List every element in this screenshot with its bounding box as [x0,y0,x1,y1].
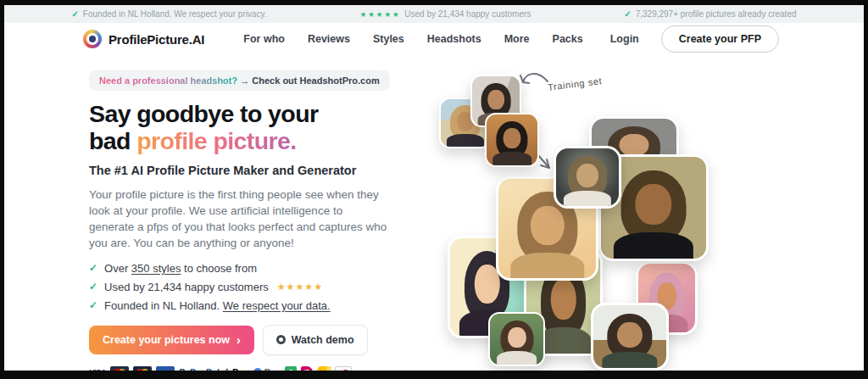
nav-item-styles[interactable]: Styles [373,33,404,45]
nav-item-reviews[interactable]: Reviews [308,33,350,45]
brand-name[interactable]: ProfilePicture.AI [108,32,204,47]
checklist-item-styles: ✓ Over 350 styles to choose from [89,262,391,275]
green-pay-icon: G [285,366,297,371]
check-icon: ✓ [89,299,97,311]
create-pictures-button[interactable]: Create your pictures now › [89,326,254,354]
data-policy-link[interactable]: We respect your data. [223,299,331,312]
ideal-icon: iD [301,366,313,371]
landing-page: ✓ Founded in NL Holland. We respect your… [4,5,864,371]
nav-menu: For who Reviews Styles Headshots More Pa… [243,33,582,45]
create-pfp-button[interactable]: Create your PFP [661,25,779,53]
star-rating-icon: ★★★★★ [359,10,400,19]
announcement-customers: ★★★★★ Used by 21,434 happy customers [359,9,531,19]
check-icon: ✓ [624,9,631,19]
google-pay-icon: Pay [253,366,281,371]
visa-icon: VISA [89,366,106,371]
payment-methods: VISA P PayPal Pay Pay G iD gP [89,366,391,371]
nav-item-for-who[interactable]: For who [243,33,285,45]
portrait-collage: Training set [432,64,788,371]
nav-right: Login Create your PFP [610,25,779,53]
title-line2-plain: bad [89,127,136,154]
bancontact-icon [316,366,332,371]
banner-rest: → Check out HeadshotPro.com [237,75,379,86]
feature-checklist: ✓ Over 350 styles to choose from ✓ Used … [89,262,391,312]
watch-demo-button[interactable]: Watch demo [263,325,368,355]
paypal-wordmark: PayPal [189,366,219,371]
cta-label: Create your pictures now [103,334,230,346]
announcement-text: Used by 21,434 happy customers [404,9,531,19]
announcement-text: 7,329,297+ profile pictures already crea… [636,9,797,19]
browser-frame: ✓ Founded in NL Holland. We respect your… [0,0,868,379]
checklist-item-privacy: ✓ Founded in NL Holland. We respect your… [89,299,391,312]
play-icon [276,335,286,344]
announcement-bar: ✓ Founded in NL Holland. We respect your… [4,5,864,23]
logo-icon[interactable] [83,30,102,48]
result-photo-cafe [591,303,669,371]
title-line1: Say goodbye to your [89,100,318,127]
check-icon: ✓ [71,9,78,19]
announcement-privacy: ✓ Founded in NL Holland. We respect your… [71,9,266,19]
apple-pay-icon: Pay [223,366,249,371]
styles-link[interactable]: 350 styles [131,262,181,275]
demo-label: Watch demo [292,334,354,346]
chevron-right-icon: › [236,336,241,344]
announcement-pictures-created: ✓ 7,329,297+ profile pictures already cr… [624,9,796,19]
announcement-text: Founded in NL Holland. We respect your p… [83,9,267,19]
checklist-item-customers: ✓ Used by 21,434 happy customers ★★★★★ [89,281,391,293]
nav-item-packs[interactable]: Packs [553,33,583,45]
checklist-text: Over 350 styles to choose from [104,262,257,275]
mastercard-icon [110,366,129,371]
result-portrait-fantasy [554,146,621,209]
cta-row: Create your pictures now › Watch demo [89,325,391,355]
nav-item-more[interactable]: More [504,33,530,45]
amex-icon [156,366,175,371]
maestro-icon [133,366,152,371]
nav-item-headshots[interactable]: Headshots [427,33,481,45]
check-icon: ✓ [89,262,97,274]
check-icon: ✓ [89,281,97,293]
giropay-icon: gP [335,366,352,371]
checklist-text: Used by 21,434 happy customers [104,281,269,293]
main-nav: ProfilePicture.AI For who Reviews Styles… [4,23,864,55]
page-title: Say goodbye to your bad profile picture. [89,100,391,155]
star-rating-icon: ★★★★★ [277,281,323,293]
curved-arrow-icon [523,74,548,82]
headshotpro-banner[interactable]: Need a professional headshot? → Check ou… [89,70,390,91]
description: Your profile picture is the first thing … [89,187,391,252]
apple-logo-icon [223,368,231,371]
training-photo-market [485,113,539,167]
result-portrait-anime2 [488,312,545,366]
title-line2-gradient: profile picture. [136,127,296,154]
hero-content: Need a professional headshot? → Check ou… [89,70,391,371]
subtitle: The #1 AI Profile Picture Maker and Gene… [89,164,391,177]
paypal-logo-icon: P [179,366,185,371]
login-link[interactable]: Login [610,33,639,45]
training-set-label: Training set [548,75,603,92]
banner-highlight: Need a professional headshot? [99,75,237,86]
google-g-icon [253,368,262,371]
checklist-text: Founded in NL Holland. We respect your d… [104,299,331,312]
